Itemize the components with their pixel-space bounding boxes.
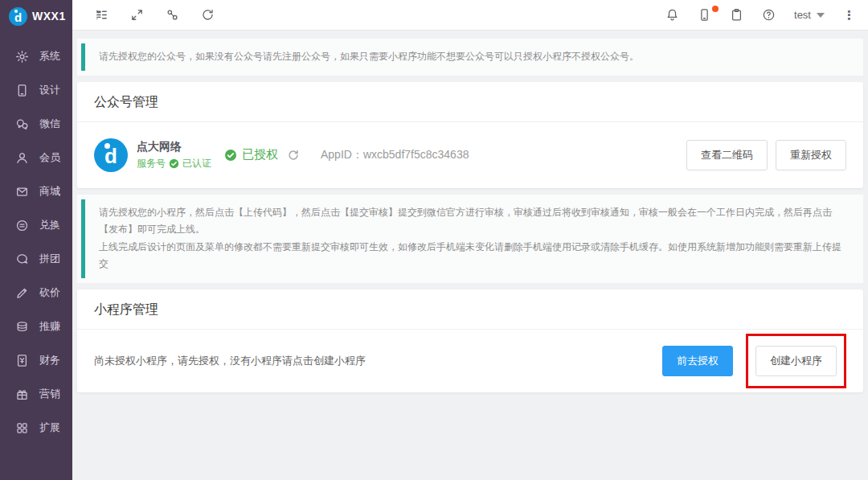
official-account-info: d 点大网络 服务号 已认证 已授权 [94,138,686,172]
account-type-badge: 服务号 [137,157,166,170]
phone-icon [698,8,711,22]
appid-text: AppID：wxcb5df7f5c8c34638 [321,148,469,162]
sidebar-item-label: 系统 [39,49,60,64]
appid-value: wxcb5df7f5c8c34638 [363,148,469,161]
account-avatar: d [94,138,128,172]
notification-dot [712,6,719,12]
toolbar-left-group [95,8,215,22]
sidebar-item-design[interactable]: 设计 [0,73,72,107]
app-logo[interactable]: d WXX1 [0,0,72,32]
sidebar-item-extensions[interactable]: 扩展 [0,411,72,445]
verified-badge: 已认证 [182,157,211,170]
sidebar-item-label: 微信 [39,117,60,131]
sidebar-item-system[interactable]: 系统 [0,39,72,73]
sidebar-item-groupbuy[interactable]: 拼团 [0,242,72,276]
sidebar-item-label: 砍价 [39,285,60,300]
sidebar-item-mall[interactable]: 商城 [0,174,72,208]
clipboard-icon[interactable] [730,8,743,22]
envelope-icon [15,185,29,199]
app-title: WXX1 [32,10,66,23]
reauthorize-button[interactable]: 重新授权 [776,140,846,170]
gift-icon [15,388,29,401]
app-window: d WXX1 系统 设计 微信 会员 商城 [0,0,868,480]
toolbar-right-group: test ⋮ [665,8,855,22]
chevron-down-icon [817,13,825,18]
wechat-icon [15,117,29,131]
notice-text: 请先授权您的公众号，如果没有公众号请先注册公众号，如果只需要小程序功能不想要公众… [99,51,639,62]
create-mini-program-button[interactable]: 创建小程序 [755,346,837,376]
verified-check-icon [169,158,179,169]
sidebar-item-exchange[interactable]: 兑换 [0,208,72,242]
help-icon[interactable] [762,8,776,22]
sidebar-item-label: 财务 [39,353,60,367]
auth-status-text: 已授权 [242,147,278,162]
link-icon[interactable] [166,8,179,22]
sidebar: d WXX1 系统 设计 微信 会员 商城 [0,0,72,480]
grid-icon [15,421,29,435]
invoice-icon [15,354,29,367]
account-meta: 点大网络 服务号 已认证 [137,139,211,170]
more-menu-icon[interactable]: ⋮ [843,9,855,21]
sidebar-item-finance[interactable]: 财务 [0,343,72,377]
page-content: 请先授权您的公众号，如果没有公众号请先注册公众号，如果只需要小程序功能不想要公众… [72,31,868,480]
user-menu[interactable]: test [794,9,825,21]
sidebar-item-label: 拼团 [39,252,60,266]
mini-program-hint: 尚未授权小程序，请先授权，没有小程序请点击创建小程序 [94,354,662,368]
brand-logo-icon: d [9,7,27,26]
sidebar-item-label: 兑换 [39,218,60,232]
auth-status-badge: 已授权 [224,147,278,162]
coin-icon [15,219,29,232]
mini-program-body: 尚未授权小程序，请先授权，没有小程序请点击创建小程序 前去授权 创建小程序 [77,330,863,392]
account-badges: 服务号 已认证 [137,157,211,170]
top-toolbar: test ⋮ [72,0,868,31]
person-icon [15,151,29,165]
pencil-slash-icon [15,286,29,300]
sidebar-item-label: 商城 [39,184,60,199]
tablet-icon [15,84,29,97]
refresh-icon[interactable] [201,8,215,22]
sidebar-item-label: 会员 [39,150,60,165]
section-title-mini-program: 小程序管理 [77,289,863,330]
sidebar-item-promote[interactable]: 推赚 [0,310,72,343]
mini-program-notice: 请先授权您的小程序，然后点击【上传代码】，然后点击【提交审核】提交到微信官方进行… [77,195,863,283]
username: test [794,9,811,21]
section-title-official-account: 公众号管理 [77,82,863,122]
sidebar-menu: 系统 设计 微信 会员 商城 兑换 [0,32,72,445]
gear-icon [15,50,29,64]
coins-stack-icon [15,320,29,334]
sidebar-item-marketing[interactable]: 营销 [0,377,72,411]
official-account-card: 公众号管理 d 点大网络 服务号 已认证 [77,82,863,188]
refresh-auth-icon[interactable] [287,149,300,162]
bell-icon[interactable] [665,8,679,22]
official-account-actions: 查看二维码 重新授权 [686,140,846,170]
official-account-notice: 请先授权您的公众号，如果没有公众号请先注册公众号，如果只需要小程序功能不想要公众… [77,39,863,76]
mobile-preview-button[interactable] [698,8,711,22]
red-annotation-box: 创建小程序 [746,334,846,388]
sidebar-item-label: 推赚 [39,319,60,334]
go-authorize-button[interactable]: 前去授权 [662,346,733,376]
view-qrcode-button[interactable]: 查看二维码 [686,140,768,170]
speech-bubble-icon [15,252,29,266]
sidebar-item-wechat[interactable]: 微信 [0,107,72,141]
fullscreen-icon[interactable] [130,8,144,22]
notice-line-1: 请先授权您的小程序，然后点击【上传代码】，然后点击【提交审核】提交到微信官方进行… [99,204,850,239]
mini-program-actions: 前去授权 创建小程序 [662,346,846,376]
official-account-body: d 点大网络 服务号 已认证 已授权 [77,122,863,188]
sidebar-item-label: 营销 [39,387,60,401]
notice-line-2: 上线完成后设计的页面及菜单的修改都不需要重新提交审核即可生效，如修改后手机端未变… [99,239,850,273]
main-area: test ⋮ 请先授权您的公众号，如果没有公众号请先注册公众号，如果只需要小程序… [72,0,868,480]
sidebar-item-members[interactable]: 会员 [0,141,72,174]
sidebar-item-bargain[interactable]: 砍价 [0,276,72,310]
collapse-sidebar-icon[interactable] [95,8,108,22]
sidebar-item-label: 扩展 [39,421,60,435]
authorized-check-icon [224,149,237,162]
account-name: 点大网络 [137,139,211,155]
mini-program-card: 小程序管理 尚未授权小程序，请先授权，没有小程序请点击创建小程序 前去授权 创建… [77,289,863,392]
sidebar-item-label: 设计 [39,83,60,97]
